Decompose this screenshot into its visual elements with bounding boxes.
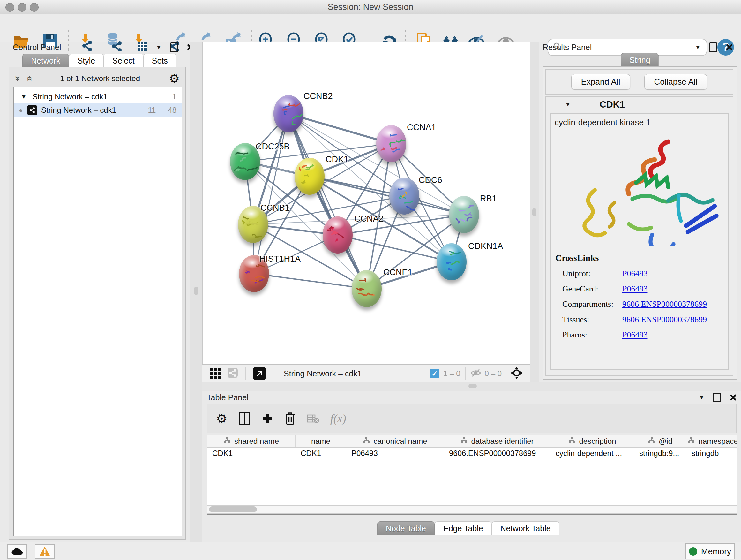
column-header-shared-name[interactable]: shared name <box>207 435 295 447</box>
network-share-icon[interactable] <box>227 367 239 380</box>
node-label-ccnb2: CCNB2 <box>304 91 333 101</box>
node-cdk1[interactable] <box>294 158 325 195</box>
cell--id[interactable]: stringdb:9... <box>634 448 686 460</box>
selected-nodes-checkbox[interactable]: ✓ <box>430 369 440 378</box>
right-splitter-handle[interactable] <box>532 208 536 216</box>
memory-button[interactable]: Memory <box>685 543 735 559</box>
toolbar-divider <box>465 367 466 380</box>
expand-all-button[interactable]: Expand All <box>571 74 630 90</box>
network-canvas[interactable]: CCNB2CCNA1CDC25BCDK1CDC6RB1CCNB1CCNA2CDK… <box>202 42 530 364</box>
left-splitter[interactable] <box>190 42 202 542</box>
column-header-namespace[interactable]: namespace <box>686 435 737 447</box>
cloud-button[interactable] <box>7 544 27 559</box>
tab-node-table[interactable]: Node Table <box>377 521 434 536</box>
open-in-new-window-icon[interactable] <box>253 367 266 380</box>
collapse-all-networks-icon[interactable]: » <box>15 76 21 81</box>
column-header-description[interactable]: description <box>550 435 634 447</box>
results-panel-close-icon[interactable] <box>726 44 733 51</box>
column-header-name[interactable]: name <box>295 435 346 447</box>
node-cdc6[interactable] <box>389 178 419 214</box>
delete-column-trash-icon[interactable] <box>284 412 296 426</box>
collapse-all-button[interactable]: Collapse All <box>644 74 708 90</box>
protein-ribbon-thumb <box>389 178 419 214</box>
warning-button[interactable] <box>35 544 55 559</box>
crosslink-link[interactable]: P06493 <box>622 330 648 340</box>
tab-string[interactable]: String <box>621 53 659 67</box>
control-panel-collapse-icon[interactable]: ▼ <box>156 44 162 51</box>
horizontal-splitter-handle[interactable] <box>468 384 477 388</box>
table-panel-close-icon[interactable] <box>730 394 737 401</box>
delete-table-icon <box>307 414 320 423</box>
protein-ribbon-thumb <box>449 196 479 233</box>
node-ccnb2[interactable] <box>273 95 304 132</box>
crosslink-link[interactable]: 9606.ENSP00000378699 <box>622 300 707 309</box>
node-label-rb1: RB1 <box>480 194 497 204</box>
fit-selected-crosshair-icon[interactable] <box>510 366 523 381</box>
expand-all-networks-icon[interactable]: » <box>25 76 32 81</box>
tab-select[interactable]: Select <box>104 54 143 68</box>
node-ccna1[interactable] <box>376 125 406 162</box>
scrollbar-thumb[interactable] <box>209 506 257 512</box>
hidden-eye-icon[interactable] <box>470 368 482 379</box>
protein-structure-image <box>553 127 726 246</box>
crosslink-label: Tissues: <box>555 315 622 324</box>
cell-database-identifier[interactable]: 9606.ENSP00000378699 <box>444 448 550 460</box>
table-toolbar: ⚙ f(x) <box>207 404 737 433</box>
selected-count: 1 – 0 <box>443 369 460 378</box>
node-rb1[interactable] <box>449 196 479 233</box>
node-ccna2[interactable] <box>323 216 353 253</box>
results-panel-float-icon[interactable] <box>709 43 718 52</box>
node-label-cdk1: CDK1 <box>326 154 348 165</box>
tab-network[interactable]: Network <box>22 54 69 68</box>
tab-network-table[interactable]: Network Table <box>492 521 559 536</box>
network-row[interactable]: ● String Network – cdk1 11 48 <box>14 104 182 117</box>
table-row[interactable]: CDK1CDK1P064939606.ENSP00000378699cyclin… <box>207 448 737 460</box>
cdk1-collapse-icon[interactable]: ▼ <box>565 101 571 108</box>
node-ccne1[interactable] <box>352 270 382 307</box>
tab-edge-table[interactable]: Edge Table <box>434 521 492 536</box>
crosslink-link[interactable]: 9606.ENSP00000378699 <box>622 315 707 324</box>
node-cdkn1a[interactable] <box>436 243 467 280</box>
node-label-ccna2: CCNA2 <box>354 214 384 224</box>
node-label-ccna1: CCNA1 <box>407 123 436 132</box>
cell-namespace[interactable]: stringdb <box>686 448 737 460</box>
cell-name[interactable]: CDK1 <box>295 448 346 460</box>
warning-icon <box>39 546 51 557</box>
title-bar: Session: New Session <box>0 0 741 14</box>
results-panel-collapse-icon[interactable]: ▼ <box>695 44 701 51</box>
column-header-canonical-name[interactable]: canonical name <box>346 435 444 447</box>
column-header-database-identifier[interactable]: database identifier <box>444 435 550 447</box>
results-panel: Results Panel ▼ String Expand All Collap… <box>539 42 741 382</box>
mapped-column-icon <box>648 437 656 446</box>
birdseye-grid-icon[interactable] <box>210 368 220 379</box>
mapped-column-icon <box>460 437 468 446</box>
table-horizontal-scrollbar[interactable] <box>207 505 737 514</box>
collection-expand-icon[interactable]: ▼ <box>21 93 27 100</box>
application-window: Session: New Session ? Control Panel ▼ N… <box>0 0 741 560</box>
network-options-gear-icon[interactable]: ⚙ <box>169 71 180 85</box>
tab-sets[interactable]: Sets <box>143 54 177 68</box>
table-options-gear-icon[interactable]: ⚙ <box>216 411 227 426</box>
add-column-icon[interactable] <box>261 413 273 425</box>
control-panel-float-icon[interactable] <box>170 43 179 52</box>
node-label-cdc6: CDC6 <box>419 175 442 185</box>
left-splitter-handle[interactable] <box>194 287 198 295</box>
table-panel-float-icon[interactable] <box>713 393 721 402</box>
cdk1-description-box: cyclin-dependent kinase 1 <box>550 113 729 370</box>
column-header--id[interactable]: @id <box>634 435 686 447</box>
horizontal-splitter[interactable] <box>202 382 741 391</box>
show-columns-icon[interactable] <box>239 412 251 426</box>
crosslink-link[interactable]: P06493 <box>622 269 648 278</box>
cell-canonical-name[interactable]: P06493 <box>346 448 444 460</box>
cell-shared-name[interactable]: CDK1 <box>207 448 295 460</box>
table-panel-collapse-icon[interactable]: ▼ <box>698 394 704 401</box>
network-collection-row[interactable]: ▼ String Network – cdk1 1 <box>14 90 182 104</box>
right-splitter[interactable] <box>530 42 539 382</box>
crosslink-link[interactable]: P06493 <box>622 284 648 294</box>
cell-description[interactable]: cyclin-dependent ... <box>550 448 634 460</box>
status-bar: Memory <box>0 542 741 560</box>
cdk1-section: ▼ CDK1 cyclin-dependent kinase 1 <box>545 97 733 376</box>
mapped-column-icon <box>568 437 576 446</box>
tab-style[interactable]: Style <box>69 54 104 68</box>
crosslink-label: Uniprot: <box>555 269 622 278</box>
